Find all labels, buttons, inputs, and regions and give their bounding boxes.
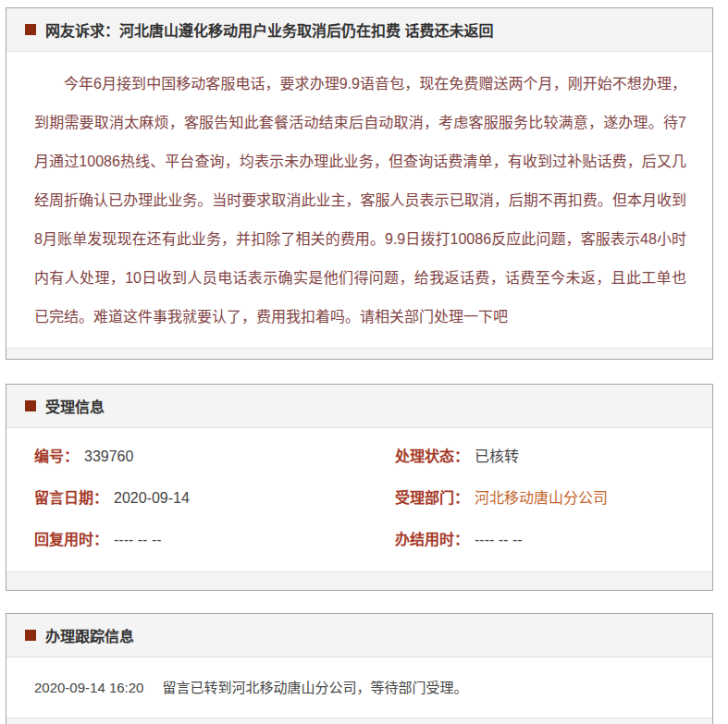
acceptance-section: 受理信息 编号：339760 处理状态：已核转 留言日期：2020-09-14 … <box>6 384 713 591</box>
field-reply-time-value: ---- -- -- <box>114 532 162 547</box>
field-message-date-label: 留言日期： <box>34 490 108 506</box>
field-completion-time-label: 办结用时： <box>395 532 469 547</box>
page: 网友诉求：河北唐山遵化移动用户业务取消后仍在扣费 话费还未返回 今年6月接到中国… <box>0 0 728 724</box>
section-bullet-icon <box>25 630 36 641</box>
field-number: 编号：339760 <box>34 436 395 477</box>
complaint-section-footer <box>6 348 712 359</box>
field-number-value: 339760 <box>84 448 133 464</box>
field-status-value: 已核转 <box>475 448 519 464</box>
complaint-body: 今年6月接到中国移动客服电话，要求办理9.9语音包，现在免费赠送两个月，刚开始不… <box>6 52 712 348</box>
field-completion-time: 办结用时：---- -- -- <box>395 519 703 560</box>
tracking-entry-message: 留言已转到河北移动唐山分公司，等待部门受理。 <box>162 680 467 695</box>
field-number-label: 编号： <box>34 448 79 464</box>
tracking-entry-time: 2020-09-14 16:20 <box>34 680 143 695</box>
field-department-label: 受理部门： <box>395 490 469 506</box>
section-bullet-icon <box>25 24 36 35</box>
field-reply-time-label: 回复用时： <box>34 532 108 547</box>
acceptance-section-footer <box>6 571 712 590</box>
field-department: 受理部门：河北移动唐山分公司 <box>395 477 703 519</box>
field-status-label: 处理状态： <box>395 448 469 464</box>
field-completion-time-value: ---- -- -- <box>475 532 523 547</box>
complaint-section-header: 网友诉求：河北唐山遵化移动用户业务取消后仍在扣费 话费还未返回 <box>6 8 712 52</box>
field-message-date: 留言日期：2020-09-14 <box>34 477 395 519</box>
tracking-section-footer <box>6 718 712 724</box>
tracking-body: 2020-09-14 16:20留言已转到河北移动唐山分公司，等待部门受理。 <box>6 657 712 718</box>
acceptance-fields: 编号：339760 处理状态：已核转 留言日期：2020-09-14 受理部门：… <box>6 428 712 571</box>
complaint-text: 今年6月接到中国移动客服电话，要求办理9.9语音包，现在免费赠送两个月，刚开始不… <box>34 65 686 337</box>
field-status: 处理状态：已核转 <box>395 436 703 477</box>
acceptance-title: 受理信息 <box>45 395 105 417</box>
acceptance-section-header: 受理信息 <box>6 385 712 428</box>
field-message-date-value: 2020-09-14 <box>114 490 190 506</box>
field-reply-time: 回复用时：---- -- -- <box>34 519 395 560</box>
tracking-entry: 2020-09-14 16:20留言已转到河北移动唐山分公司，等待部门受理。 <box>34 676 686 699</box>
tracking-title: 办理跟踪信息 <box>45 624 134 646</box>
tracking-section: 办理跟踪信息 2020-09-14 16:20留言已转到河北移动唐山分公司，等待… <box>6 613 713 724</box>
field-department-value[interactable]: 河北移动唐山分公司 <box>475 490 608 506</box>
complaint-section: 网友诉求：河北唐山遵化移动用户业务取消后仍在扣费 话费还未返回 今年6月接到中国… <box>6 7 713 360</box>
tracking-section-header: 办理跟踪信息 <box>6 614 712 657</box>
complaint-title: 网友诉求：河北唐山遵化移动用户业务取消后仍在扣费 话费还未返回 <box>45 18 493 41</box>
section-bullet-icon <box>25 400 36 411</box>
